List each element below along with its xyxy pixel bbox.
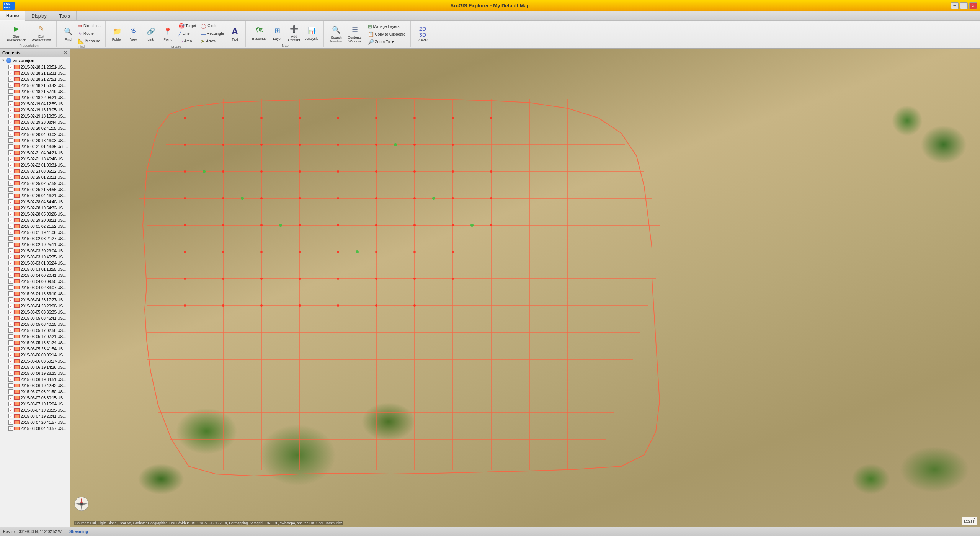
basemap-button[interactable]: 🗺 Basemap	[250, 24, 269, 42]
tree-item[interactable]: ✓ 2015-03-05 18:31:24-USA_AZ_Sc	[0, 340, 70, 346]
tree-checkbox[interactable]: ✓	[8, 322, 13, 327]
tree-checkbox[interactable]: ✓	[8, 138, 13, 143]
tree-item[interactable]: ✓ 2015-03-05 03:40:15-USA_AZ_Sc	[0, 321, 70, 327]
minimize-button[interactable]: ─	[951, 2, 959, 9]
tree-item[interactable]: ✓ 2015-02-18 21:16:31-USA_Phoe	[0, 70, 70, 76]
tree-item[interactable]: ✓ 2015-02-19 18:19:39-USA_AZ_Ph	[0, 113, 70, 119]
tree-checkbox[interactable]: ✓	[8, 230, 13, 235]
tree-checkbox[interactable]: ✓	[8, 114, 13, 118]
tab-display[interactable]: Display	[25, 11, 53, 20]
tree-checkbox[interactable]: ✓	[8, 420, 13, 425]
tree-item[interactable]: ✓ 2015-02-19 16:19:05-USA_Ph	[0, 107, 70, 113]
tree-checkbox[interactable]: ✓	[8, 212, 13, 216]
tree-checkbox[interactable]: ✓	[8, 273, 13, 278]
tree-item[interactable]: ✓ 2015-02-25 21:54:56-USA_AZ_Sc	[0, 186, 70, 193]
tree-item[interactable]: ✓ 2015-02-18 22:08:21-USA_Phoe	[0, 95, 70, 101]
tree-item[interactable]: ✓ 2015-03-02 19:25:11-USA_AZ_Sc	[0, 242, 70, 248]
manage-layers-button[interactable]: ⊞ Manage Layers	[366, 23, 407, 30]
tree-item[interactable]: ✓ 2015-03-05 17:02:58-USA_AZ_Sc	[0, 327, 70, 333]
tree-item[interactable]: ✓ 2015-03-03 19:45:35-USA_AZ_Sc	[0, 254, 70, 260]
tree-checkbox[interactable]: ✓	[8, 71, 13, 75]
tree-item[interactable]: ✓ 2015-03-01 19:41:06-USA_AZ_Ph	[0, 229, 70, 235]
tree-checkbox[interactable]: ✓	[8, 353, 13, 357]
tree-item[interactable]: ✓ 2015-02-18 21:20:51-USA_85258	[0, 64, 70, 70]
tree-item[interactable]: ✓ 2015-03-07 03:21:50-USA_AZ_Sc	[0, 389, 70, 395]
tree-checkbox[interactable]: ✓	[8, 285, 13, 290]
tree-item[interactable]: ✓ 2015-02-21 18:46:40-USA_AZ_Sc	[0, 156, 70, 162]
add-content-button[interactable]: ➕ Add Content	[286, 22, 302, 44]
contents-tree[interactable]: ▼ arizonajon ✓ 2015-02-18 21:20:51-USA_8…	[0, 57, 70, 527]
tree-item[interactable]: ✓ 2015-02-20 18:46:03-USA_AZ_Ph	[0, 137, 70, 144]
twod3d-button[interactable]: 2D3D 2D/3D	[415, 25, 430, 43]
tree-item[interactable]: ✓ 2015-03-07 19:20:35-USA_AZ_Ph	[0, 407, 70, 413]
tree-checkbox[interactable]: ✓	[8, 206, 13, 210]
tree-checkbox[interactable]: ✓	[8, 383, 13, 388]
tree-checkbox[interactable]: ✓	[8, 310, 13, 314]
tree-item[interactable]: ✓ 2015-02-20 02:41:05-USA_AZ_Ph	[0, 125, 70, 131]
tree-checkbox[interactable]: ✓	[8, 65, 13, 69]
tree-checkbox[interactable]: ✓	[8, 242, 13, 247]
link-button[interactable]: 🔗 Link	[143, 25, 158, 42]
tree-item[interactable]: ✓ 2015-02-21 04:04:21-USA_AZ_Ph	[0, 150, 70, 156]
tree-checkbox[interactable]: ✓	[8, 395, 13, 400]
tree-checkbox[interactable]: ✓	[8, 297, 13, 302]
area-button[interactable]: ▭ Area	[177, 38, 198, 45]
start-presentation-button[interactable]: ▶ Start Presentation	[5, 22, 29, 44]
tree-checkbox[interactable]: ✓	[8, 414, 13, 418]
tree-item[interactable]: ✓ 2015-03-05 03:45:41-USA_AZ_Sc	[0, 315, 70, 321]
tree-item[interactable]: ✓ 2015-02-18 21:27:51-USA_Phoe	[0, 76, 70, 82]
tree-checkbox[interactable]: ✓	[8, 218, 13, 222]
tree-checkbox[interactable]: ✓	[8, 83, 13, 88]
tree-checkbox[interactable]: ✓	[8, 316, 13, 320]
tree-checkbox[interactable]: ✓	[8, 365, 13, 369]
tree-checkbox[interactable]: ✓	[8, 89, 13, 94]
close-button[interactable]: ✕	[969, 2, 977, 9]
tree-item[interactable]: ✓ 2015-02-19 04:12:59-USA_Phoe	[0, 101, 70, 107]
contents-close-button[interactable]: ✕	[64, 50, 67, 56]
analysis-button[interactable]: 📊 Analysis	[303, 24, 321, 42]
tree-checkbox[interactable]: ✓	[8, 181, 13, 186]
tree-checkbox[interactable]: ✓	[8, 334, 13, 339]
tree-checkbox[interactable]: ✓	[8, 187, 13, 192]
tree-item[interactable]: ✓ 2015-03-06 03:59:17-USA_AZ_Sc	[0, 358, 70, 364]
tree-root[interactable]: ▼ arizonajon	[0, 57, 70, 64]
tab-tools[interactable]: Tools	[53, 11, 77, 20]
text-button[interactable]: A Text	[227, 25, 242, 42]
tree-item[interactable]: ✓ 2015-02-20 04:03:02-USA_AZ_...	[0, 131, 70, 137]
tree-checkbox[interactable]: ✓	[8, 132, 13, 137]
tree-checkbox[interactable]: ✓	[8, 389, 13, 394]
tree-checkbox[interactable]: ✓	[8, 377, 13, 382]
target-button[interactable]: 🎯 Target	[177, 22, 198, 29]
tree-item[interactable]: ✓ 2015-03-04 00:20:41-USA_AZ_Ph	[0, 272, 70, 278]
tree-item[interactable]: ✓ 2015-03-04 00:09:50-USA_AZ_Sc	[0, 278, 70, 284]
tab-home[interactable]: Home	[0, 11, 25, 21]
tree-checkbox[interactable]: ✓	[8, 236, 13, 241]
tree-item[interactable]: ✓ 2015-02-28 19:54:32-USA_AZ_Sc	[0, 205, 70, 211]
circle-button[interactable]: ◯ Circle	[199, 22, 225, 29]
tree-item[interactable]: ✓ 2015-02-23 03:06:12-USA_AZ_Sc	[0, 168, 70, 174]
tree-checkbox[interactable]: ✓	[8, 279, 13, 284]
tree-checkbox[interactable]: ✓	[8, 150, 13, 155]
copy-clipboard-button[interactable]: 📋 Copy to Clipboard	[366, 31, 407, 38]
tree-item[interactable]: ✓ 2015-02-26 04:46:21-USA_AZ_Ph	[0, 193, 70, 199]
tree-checkbox[interactable]: ✓	[8, 95, 13, 100]
edit-presentation-button[interactable]: ✎ Edit Presentation	[29, 22, 54, 44]
tree-checkbox[interactable]: ✓	[8, 144, 13, 149]
tree-checkbox[interactable]: ✓	[8, 77, 13, 82]
layer-button[interactable]: ⊞ Layer	[270, 24, 285, 42]
search-window-button[interactable]: 🔍 Search Window	[328, 23, 345, 45]
tree-checkbox[interactable]: ✓	[8, 291, 13, 296]
tree-item[interactable]: ✓ 2015-03-08 04:43:57-USA_AZ_Ph	[0, 425, 70, 431]
tree-checkbox[interactable]: ✓	[8, 402, 13, 406]
tree-checkbox[interactable]: ✓	[8, 359, 13, 363]
tree-item[interactable]: ✓ 2015-03-06 19:14:26-USA_AZ_Sc	[0, 364, 70, 370]
view-button[interactable]: 👁 View	[126, 25, 142, 42]
tree-item[interactable]: ✓ 2015-02-21 01:43:35-Untitled-1	[0, 144, 70, 150]
tree-item[interactable]: ✓ 2015-03-04 02:33:07-USA_AZ_Sc	[0, 284, 70, 291]
tree-checkbox[interactable]: ✓	[8, 346, 13, 351]
tree-item[interactable]: ✓ 2015-03-05 23:41:54-USA_AZ_Sc	[0, 346, 70, 352]
tree-item[interactable]: ✓ 2015-02-29 20:08:21-USA_AZ_Sc	[0, 217, 70, 223]
tree-item[interactable]: ✓ 2015-03-03 01:06:24-USA_AZ_Sc	[0, 260, 70, 266]
tree-checkbox[interactable]: ✓	[8, 224, 13, 229]
tree-checkbox[interactable]: ✓	[8, 267, 13, 271]
